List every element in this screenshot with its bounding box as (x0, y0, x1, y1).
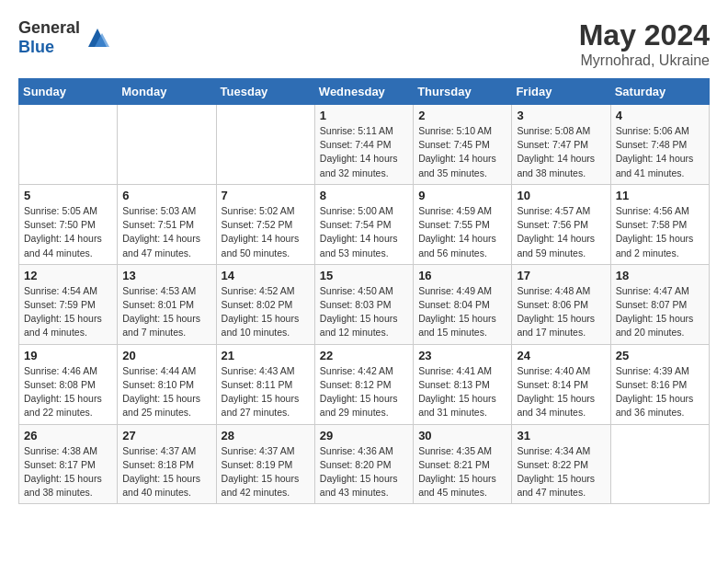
calendar-cell: 29Sunrise: 4:36 AM Sunset: 8:20 PM Dayli… (314, 424, 413, 504)
day-info: Sunrise: 4:47 AM Sunset: 8:07 PM Dayligh… (616, 284, 704, 340)
calendar-cell: 9Sunrise: 4:59 AM Sunset: 7:55 PM Daylig… (414, 184, 512, 264)
day-number: 4 (616, 109, 704, 122)
day-number: 10 (517, 189, 605, 202)
logo-blue: Blue (18, 38, 54, 56)
day-info: Sunrise: 4:39 AM Sunset: 8:16 PM Dayligh… (616, 364, 704, 420)
day-number: 28 (222, 429, 310, 442)
day-info: Sunrise: 4:34 AM Sunset: 8:22 PM Dayligh… (517, 444, 605, 500)
day-number: 25 (616, 349, 704, 362)
weekday-header-wednesday: Wednesday (314, 79, 413, 105)
calendar-cell (610, 424, 709, 504)
calendar-cell: 21Sunrise: 4:43 AM Sunset: 8:11 PM Dayli… (216, 344, 314, 424)
month-title: May 2024 (579, 18, 710, 52)
day-info: Sunrise: 5:06 AM Sunset: 7:48 PM Dayligh… (616, 124, 704, 180)
calendar-cell: 24Sunrise: 4:40 AM Sunset: 8:14 PM Dayli… (512, 344, 610, 424)
weekday-header-row: SundayMondayTuesdayWednesdayThursdayFrid… (19, 79, 710, 105)
calendar-cell: 16Sunrise: 4:49 AM Sunset: 8:04 PM Dayli… (414, 264, 512, 344)
calendar-table: SundayMondayTuesdayWednesdayThursdayFrid… (18, 78, 710, 504)
calendar-cell: 18Sunrise: 4:47 AM Sunset: 8:07 PM Dayli… (610, 264, 709, 344)
day-number: 22 (320, 349, 408, 362)
calendar-week-row: 12Sunrise: 4:54 AM Sunset: 7:59 PM Dayli… (19, 264, 710, 344)
day-number: 12 (24, 269, 112, 282)
calendar-week-row: 26Sunrise: 4:38 AM Sunset: 8:17 PM Dayli… (19, 424, 710, 504)
day-info: Sunrise: 4:35 AM Sunset: 8:21 PM Dayligh… (418, 444, 506, 500)
day-number: 7 (222, 189, 310, 202)
weekday-header-thursday: Thursday (414, 79, 512, 105)
day-number: 29 (320, 429, 408, 442)
day-info: Sunrise: 4:56 AM Sunset: 7:58 PM Dayligh… (616, 204, 704, 260)
day-number: 8 (320, 189, 408, 202)
day-info: Sunrise: 5:03 AM Sunset: 7:51 PM Dayligh… (122, 204, 210, 260)
calendar-cell: 19Sunrise: 4:46 AM Sunset: 8:08 PM Dayli… (19, 344, 118, 424)
calendar-cell: 4Sunrise: 5:06 AM Sunset: 7:48 PM Daylig… (610, 105, 709, 185)
weekday-header-monday: Monday (118, 79, 216, 105)
day-number: 14 (222, 269, 310, 282)
calendar-cell: 12Sunrise: 4:54 AM Sunset: 7:59 PM Dayli… (19, 264, 118, 344)
calendar-week-row: 19Sunrise: 4:46 AM Sunset: 8:08 PM Dayli… (19, 344, 710, 424)
title-block: May 2024 Myrnohrad, Ukraine (579, 18, 710, 69)
day-number: 9 (418, 189, 506, 202)
calendar-cell: 11Sunrise: 4:56 AM Sunset: 7:58 PM Dayli… (610, 184, 709, 264)
day-info: Sunrise: 4:54 AM Sunset: 7:59 PM Dayligh… (24, 284, 112, 340)
day-number: 1 (320, 109, 408, 122)
day-info: Sunrise: 4:57 AM Sunset: 7:56 PM Dayligh… (517, 204, 605, 260)
day-number: 18 (616, 269, 704, 282)
day-number: 21 (222, 349, 310, 362)
day-info: Sunrise: 4:36 AM Sunset: 8:20 PM Dayligh… (320, 444, 408, 500)
day-info: Sunrise: 4:44 AM Sunset: 8:10 PM Dayligh… (122, 364, 210, 420)
calendar-cell: 20Sunrise: 4:44 AM Sunset: 8:10 PM Dayli… (118, 344, 216, 424)
day-info: Sunrise: 4:52 AM Sunset: 8:02 PM Dayligh… (222, 284, 310, 340)
day-number: 19 (24, 349, 112, 362)
day-info: Sunrise: 4:41 AM Sunset: 8:13 PM Dayligh… (418, 364, 506, 420)
calendar-cell: 3Sunrise: 5:08 AM Sunset: 7:47 PM Daylig… (512, 105, 610, 185)
day-number: 23 (418, 349, 506, 362)
day-number: 11 (616, 189, 704, 202)
day-info: Sunrise: 4:53 AM Sunset: 8:01 PM Dayligh… (122, 284, 210, 340)
day-info: Sunrise: 4:37 AM Sunset: 8:19 PM Dayligh… (222, 444, 310, 500)
calendar-cell: 10Sunrise: 4:57 AM Sunset: 7:56 PM Dayli… (512, 184, 610, 264)
calendar-cell: 30Sunrise: 4:35 AM Sunset: 8:21 PM Dayli… (414, 424, 512, 504)
weekday-header-sunday: Sunday (19, 79, 118, 105)
logo-text: General Blue (18, 18, 80, 57)
day-number: 20 (122, 349, 210, 362)
day-info: Sunrise: 5:11 AM Sunset: 7:44 PM Dayligh… (320, 124, 408, 180)
calendar-cell: 26Sunrise: 4:38 AM Sunset: 8:17 PM Dayli… (19, 424, 118, 504)
weekday-header-friday: Friday (512, 79, 610, 105)
day-number: 24 (517, 349, 605, 362)
day-info: Sunrise: 5:05 AM Sunset: 7:50 PM Dayligh… (24, 204, 112, 260)
calendar-week-row: 5Sunrise: 5:05 AM Sunset: 7:50 PM Daylig… (19, 184, 710, 264)
day-info: Sunrise: 4:49 AM Sunset: 8:04 PM Dayligh… (418, 284, 506, 340)
calendar-cell: 25Sunrise: 4:39 AM Sunset: 8:16 PM Dayli… (610, 344, 709, 424)
day-info: Sunrise: 4:48 AM Sunset: 8:06 PM Dayligh… (517, 284, 605, 340)
day-number: 13 (122, 269, 210, 282)
calendar-cell: 28Sunrise: 4:37 AM Sunset: 8:19 PM Dayli… (216, 424, 314, 504)
calendar-cell: 1Sunrise: 5:11 AM Sunset: 7:44 PM Daylig… (314, 105, 413, 185)
calendar-cell: 8Sunrise: 5:00 AM Sunset: 7:54 PM Daylig… (314, 184, 413, 264)
calendar-cell (118, 105, 216, 185)
calendar-cell: 15Sunrise: 4:50 AM Sunset: 8:03 PM Dayli… (314, 264, 413, 344)
day-number: 5 (24, 189, 112, 202)
day-info: Sunrise: 5:08 AM Sunset: 7:47 PM Dayligh… (517, 124, 605, 180)
calendar-cell: 6Sunrise: 5:03 AM Sunset: 7:51 PM Daylig… (118, 184, 216, 264)
day-number: 15 (320, 269, 408, 282)
weekday-header-saturday: Saturday (610, 79, 709, 105)
logo-general: General (18, 18, 80, 37)
day-info: Sunrise: 4:59 AM Sunset: 7:55 PM Dayligh… (418, 204, 506, 260)
day-number: 3 (517, 109, 605, 122)
day-number: 16 (418, 269, 506, 282)
day-number: 31 (517, 429, 605, 442)
calendar-week-row: 1Sunrise: 5:11 AM Sunset: 7:44 PM Daylig… (19, 105, 710, 185)
day-info: Sunrise: 5:10 AM Sunset: 7:45 PM Dayligh… (418, 124, 506, 180)
day-number: 30 (418, 429, 506, 442)
calendar-cell: 27Sunrise: 4:37 AM Sunset: 8:18 PM Dayli… (118, 424, 216, 504)
calendar-cell: 14Sunrise: 4:52 AM Sunset: 8:02 PM Dayli… (216, 264, 314, 344)
day-number: 26 (24, 429, 112, 442)
day-info: Sunrise: 5:00 AM Sunset: 7:54 PM Dayligh… (320, 204, 408, 260)
logo-icon (84, 24, 111, 52)
calendar-cell: 13Sunrise: 4:53 AM Sunset: 8:01 PM Dayli… (118, 264, 216, 344)
day-info: Sunrise: 4:37 AM Sunset: 8:18 PM Dayligh… (122, 444, 210, 500)
calendar-cell (19, 105, 118, 185)
day-number: 17 (517, 269, 605, 282)
day-info: Sunrise: 4:42 AM Sunset: 8:12 PM Dayligh… (320, 364, 408, 420)
day-info: Sunrise: 4:38 AM Sunset: 8:17 PM Dayligh… (24, 444, 112, 500)
